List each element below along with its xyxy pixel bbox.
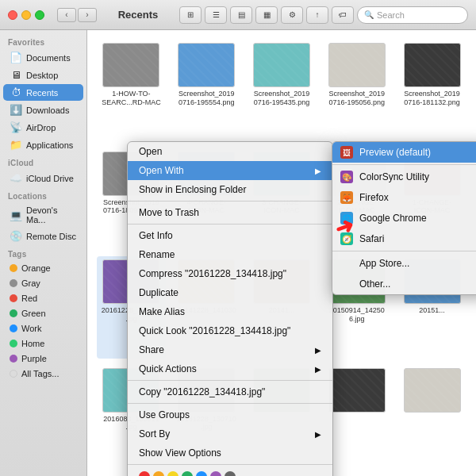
sidebar-item-recents[interactable]: ⏱ Recents	[3, 84, 83, 101]
sidebar-item-applications[interactable]: 📁 Applications	[3, 136, 83, 153]
sidebar-item-desktop[interactable]: 🖥 Desktop	[3, 67, 83, 83]
tag-label-all: All Tags...	[21, 369, 60, 378]
ctx-quick-look[interactable]: Quick Look "20161228_134418.jpg"	[128, 321, 332, 340]
sidebar-item-remote-disc[interactable]: 💿 Remote Disc	[3, 228, 83, 244]
tag-color-yellow[interactable]	[167, 471, 178, 476]
sidebar-item-tag-red[interactable]: Red	[3, 291, 83, 305]
file-item[interactable]: Screenshot_2019 0716-195554.png	[172, 40, 241, 142]
tag-dot-purple	[10, 355, 17, 363]
submenu-safari-label: Safari	[359, 233, 384, 244]
ctx-use-groups[interactable]: Use Groups	[128, 405, 332, 424]
downloads-icon: ⬇️	[10, 104, 22, 116]
search-icon: 🔍	[364, 10, 374, 19]
tag-label-purple: Purple	[21, 354, 47, 363]
file-name: Screenshot_2019 0716-195554.png	[178, 90, 235, 107]
submenu-chrome-label: Google Chrome	[359, 213, 427, 224]
sidebar-item-downloads[interactable]: ⬇️ Downloads	[3, 102, 83, 118]
sidebar-item-tag-orange[interactable]: Orange	[3, 261, 83, 275]
ctx-move-trash[interactable]: Move to Trash	[128, 203, 332, 222]
list-view-button[interactable]: ☰	[205, 6, 227, 24]
sidebar-item-documents[interactable]: 📄 Documents	[3, 49, 83, 66]
ctx-show-enclosing[interactable]: Show in Enclosing Folder	[128, 180, 332, 199]
documents-icon: 📄	[10, 52, 22, 63]
submenu-app-store-label: App Store...	[359, 258, 409, 269]
file-name: 20151...	[419, 306, 445, 315]
favorites-label: Favorites	[0, 33, 86, 48]
open-with-submenu[interactable]: 🖼 Preview (default) 🎨 ColorSync Utility …	[332, 141, 476, 295]
tag-color-blue[interactable]	[196, 471, 207, 476]
ctx-sort-by[interactable]: Sort By ▶	[128, 424, 332, 443]
gallery-view-button[interactable]: ▦	[255, 6, 278, 24]
ctx-open-with[interactable]: Open With ▶	[128, 161, 332, 180]
minimize-button[interactable]	[21, 10, 31, 20]
submenu-app-store[interactable]: App Store...	[332, 253, 476, 274]
ctx-copy[interactable]: Copy "20161228_134418.jpg"	[128, 382, 332, 401]
file-item[interactable]: Screenshot_2019 0716-195056.png	[322, 40, 391, 142]
sidebar-item-label: Devon's Ma...	[26, 205, 77, 225]
sub-separator-1	[332, 164, 476, 165]
locations-label: Locations	[0, 187, 86, 202]
file-item[interactable]: Screenshot_2019 0716-181132.png	[397, 40, 466, 142]
tag-color-purple[interactable]	[210, 471, 221, 476]
file-thumbnail	[178, 43, 235, 87]
ctx-separator-4	[128, 403, 332, 404]
share-arrow-icon: ▶	[315, 346, 321, 355]
sidebar-item-label: AirDrop	[26, 123, 56, 132]
icon-view-button[interactable]: ⊞	[179, 6, 202, 24]
ctx-rename[interactable]: Rename	[128, 245, 332, 264]
sidebar-item-tag-home[interactable]: Home	[3, 336, 83, 351]
search-box[interactable]: 🔍 Search	[357, 6, 468, 24]
submenu-chrome[interactable]: 🌐 Google Chrome	[332, 208, 476, 228]
forward-button[interactable]: ›	[78, 8, 97, 22]
sidebar-item-tag-purple[interactable]: Purple	[3, 351, 83, 366]
sidebar-item-tag-green[interactable]: Green	[3, 306, 83, 321]
sidebar-item-devon[interactable]: 💻 Devon's Ma...	[3, 203, 83, 227]
main-layout: Favorites 📄 Documents 🖥 Desktop ⏱ Recent…	[0, 30, 476, 476]
colorsync-icon: 🎨	[340, 171, 353, 183]
ctx-make-alias[interactable]: Make Alias	[128, 302, 332, 321]
ctx-duplicate[interactable]: Duplicate	[128, 283, 332, 302]
nav-buttons: ‹ ›	[57, 8, 97, 22]
submenu-colorsync[interactable]: 🎨 ColorSync Utility	[332, 167, 476, 187]
file-item[interactable]: 1-HOW-TO-SEARC...RD-MAC	[97, 40, 166, 142]
close-button[interactable]	[8, 10, 17, 20]
tag-color-orange[interactable]	[153, 471, 164, 476]
tag-color-red[interactable]	[139, 471, 150, 476]
title-bar: ‹ › Recents ⊞ ☰ ▤ ▦ ⚙ ↑ 🏷 🔍 Search	[0, 0, 476, 30]
tag-color-green[interactable]	[182, 471, 193, 476]
file-item[interactable]	[397, 365, 466, 467]
column-view-button[interactable]: ▤	[230, 6, 252, 24]
action-button[interactable]: ⚙	[281, 6, 303, 24]
ctx-compress[interactable]: Compress "20161228_134418.jpg"	[128, 264, 332, 283]
tag-color-gray[interactable]	[225, 471, 236, 476]
share-button[interactable]: ↑	[306, 6, 328, 24]
sort-by-arrow-icon: ▶	[315, 430, 321, 439]
ctx-separator-5	[128, 464, 332, 465]
sidebar-item-tag-gray[interactable]: Gray	[3, 276, 83, 290]
submenu-safari[interactable]: 🧭 Safari	[332, 228, 476, 249]
fullscreen-button[interactable]	[35, 10, 44, 20]
content-area: 1-HOW-TO-SEARC...RD-MACScreenshot_2019 0…	[87, 30, 476, 476]
context-menu[interactable]: Open Open With ▶ Show in Enclosing Folde…	[127, 141, 333, 476]
ctx-get-info[interactable]: Get Info	[128, 226, 332, 245]
submenu-firefox-label: Firefox	[359, 192, 389, 203]
sidebar-item-airdrop[interactable]: 📡 AirDrop	[3, 119, 83, 136]
back-button[interactable]: ‹	[57, 8, 76, 22]
ctx-show-view-options[interactable]: Show View Options	[128, 443, 332, 463]
ctx-open[interactable]: Open	[128, 142, 332, 161]
submenu-colorsync-label: ColorSync Utility	[359, 171, 429, 182]
tag-button[interactable]: 🏷	[332, 6, 354, 24]
submenu-preview[interactable]: 🖼 Preview (default)	[332, 142, 476, 163]
computer-icon: 💻	[10, 209, 22, 221]
file-item[interactable]: Screenshot_2019 0716-195435.png	[248, 40, 317, 142]
sidebar-item-tag-work[interactable]: Work	[3, 321, 83, 336]
ctx-quick-actions[interactable]: Quick Actions ▶	[128, 359, 332, 378]
tag-dot-home	[10, 340, 17, 347]
sidebar-item-icloud[interactable]: ☁️ iCloud Drive	[3, 170, 83, 186]
sidebar-item-tag-all[interactable]: All Tags...	[3, 367, 83, 381]
chrome-icon: 🌐	[340, 212, 353, 225]
ctx-share[interactable]: Share ▶	[128, 340, 332, 359]
traffic-lights	[8, 10, 44, 20]
submenu-firefox[interactable]: 🦊 Firefox	[332, 187, 476, 208]
submenu-other[interactable]: Other...	[332, 274, 476, 294]
